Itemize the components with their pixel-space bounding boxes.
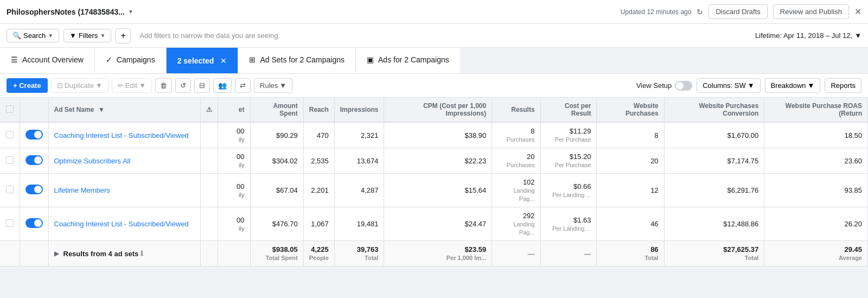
filters-button[interactable]: ▼ Filters ▼ [63, 29, 111, 42]
row1-checkbox[interactable] [6, 131, 14, 138]
tab-account-label: Account Overview [22, 55, 84, 64]
totals-checkbox-cell [0, 241, 20, 267]
select-all-checkbox[interactable] [6, 105, 14, 113]
columns-button[interactable]: Columns: SW ▼ [697, 78, 760, 93]
create-button[interactable]: + Create [7, 78, 48, 93]
table-row: Coaching Interest List - Subscribed/View… [0, 122, 868, 148]
row1-warning-cell [200, 122, 218, 148]
account-selector[interactable]: PhilosophersNotes (174835843... ▼ [7, 8, 133, 16]
close-top-button[interactable]: ✕ [854, 7, 861, 17]
search-label: Search [23, 31, 46, 40]
rules-button[interactable]: Rules ▼ [254, 78, 292, 93]
row4-reach-cell: 1,067 [303, 207, 334, 241]
row1-checkbox-cell [0, 122, 20, 148]
date-range[interactable]: Lifetime: Apr 11, 2018 – Jul 12, ▼ [755, 31, 861, 40]
table-header-row: Ad Set Name ▼ ⚠ et Amount Spent Reach Im… [0, 98, 868, 122]
delete-button[interactable]: 🗑 [155, 78, 172, 93]
columns-label: Columns: SW [703, 81, 745, 90]
ads-tab-icon: ▣ [367, 55, 374, 64]
row4-results-cell: 292 Landing Pag... [492, 207, 540, 241]
rules-label: Rules [260, 81, 278, 90]
edit-chevron: ▼ [139, 81, 146, 90]
tab-campaigns-label: Campaigns [117, 55, 155, 64]
archive-button[interactable]: ⊟ [194, 78, 210, 93]
row3-toggle[interactable] [25, 185, 43, 194]
view-setup: View Setup [636, 81, 693, 91]
top-bar-right: Updated 12 minutes ago ↻ Discard Drafts … [621, 4, 861, 19]
row3-webpurchases-cell: 12 [597, 174, 664, 207]
reports-button[interactable]: Reports [825, 78, 861, 93]
row2-webconv-cell: $7,174.75 [664, 148, 764, 174]
refresh-toolbar-button[interactable]: ↺ [175, 78, 191, 93]
row4-cost-cell: $1.63 Per Landing ... [540, 207, 597, 241]
th-toggle [20, 98, 48, 122]
row4-checkbox[interactable] [6, 219, 14, 227]
breakdown-button[interactable]: Breakdown ▼ [765, 78, 821, 93]
th-amount: Amount Spent [250, 98, 303, 122]
totals-budget-cell [218, 241, 250, 267]
review-publish-button[interactable]: Review and Publish [773, 4, 849, 19]
row1-toggle[interactable] [25, 130, 43, 140]
row2-results-cell: 20 Purchases [492, 148, 540, 174]
tab-adsets[interactable]: ⊞ Ad Sets for 2 Campaigns [238, 48, 356, 73]
th-reach: Reach [303, 98, 334, 122]
row2-name-link[interactable]: Optimize Subscribers All [54, 157, 131, 165]
tab-selected[interactable]: 2 selected ✕ [167, 48, 239, 73]
row2-roas-cell: 23.60 [764, 148, 868, 174]
row2-warning-cell [200, 148, 218, 174]
totals-toggle-cell [20, 241, 48, 267]
th-impressions: Impressions [334, 98, 384, 122]
date-chevron: ▼ [854, 31, 861, 40]
totals-label: Results from 4 ad sets [63, 250, 139, 258]
row3-name-link[interactable]: Lifetime Members [54, 186, 110, 194]
info-icon: ℹ [141, 250, 143, 257]
audience-button[interactable]: 👥 [213, 78, 232, 93]
add-filter-button[interactable]: + [116, 28, 131, 43]
toolbar-right: View Setup Columns: SW ▼ Breakdown ▼ Rep… [636, 78, 861, 93]
table-row: Lifetime Members 00 ily $67.04 2,201 4,2… [0, 174, 868, 207]
th-roas: Website Purchase ROAS (Return [764, 98, 868, 122]
totals-cost-cell: — [540, 241, 597, 267]
row4-toggle[interactable] [25, 218, 43, 228]
tab-adsets-label: Ad Sets for 2 Campaigns [260, 55, 344, 64]
totals-warning-cell [200, 241, 218, 267]
row3-toggle-cell [20, 174, 48, 207]
adsets-tab-icon: ⊞ [249, 55, 256, 64]
row4-cpm-cell: $24.47 [384, 207, 492, 241]
discard-drafts-button[interactable]: Discard Drafts [709, 4, 767, 19]
tab-selected-close[interactable]: ✕ [220, 56, 227, 65]
row1-cost-cell: $11.29 Per Purchase [540, 122, 597, 148]
row3-cpm-cell: $15.64 [384, 174, 492, 207]
th-webpurchases: Website Purchases [597, 98, 664, 122]
row1-name-link[interactable]: Coaching Interest List - Subscribed/View… [54, 131, 189, 140]
duplicate-button[interactable]: ⊡ Duplicate ▼ [51, 78, 108, 93]
assign-button[interactable]: ⇄ [235, 78, 251, 93]
edit-label: Edit [125, 81, 137, 90]
row4-name-link[interactable]: Coaching Interest List - Subscribed/View… [54, 220, 189, 228]
row1-cpm-cell: $38.90 [384, 122, 492, 148]
filter-bar: 🔍 Search ▼ ▼ Filters ▼ + Add filters to … [0, 24, 868, 48]
sort-icon[interactable]: ▼ [98, 106, 105, 113]
search-chevron: ▼ [48, 33, 53, 39]
row2-toggle[interactable] [25, 155, 43, 165]
tab-campaigns[interactable]: ✓ Campaigns [95, 48, 167, 73]
tab-account[interactable]: ☰ Account Overview [0, 48, 95, 73]
row3-cost-cell: $0.66 Per Landing ... [540, 174, 597, 207]
view-setup-toggle[interactable] [675, 81, 692, 91]
row3-results-cell: 102 Landing Pag... [492, 174, 540, 207]
edit-button[interactable]: ✏ Edit ▼ [112, 78, 152, 93]
tab-ads[interactable]: ▣ Ads for 2 Campaigns [356, 48, 460, 73]
totals-label-cell: ▶ Results from 4 ad sets ℹ [48, 241, 200, 267]
row1-name-cell: Coaching Interest List - Subscribed/View… [48, 122, 200, 148]
row3-warning-cell [200, 174, 218, 207]
row4-webconv-cell: $12,488.86 [664, 207, 764, 241]
search-button[interactable]: 🔍 Search ▼ [7, 29, 59, 42]
th-cost: Cost per Result [540, 98, 597, 122]
table-row: Coaching Interest List - Subscribed/View… [0, 207, 868, 241]
row1-budget-cell: 00 ily [218, 122, 250, 148]
refresh-icon[interactable]: ↻ [697, 8, 703, 16]
edit-icon: ✏ [118, 81, 124, 90]
row2-checkbox[interactable] [6, 156, 14, 164]
expand-results-button[interactable]: ▶ [54, 250, 59, 257]
row3-checkbox[interactable] [6, 186, 14, 193]
